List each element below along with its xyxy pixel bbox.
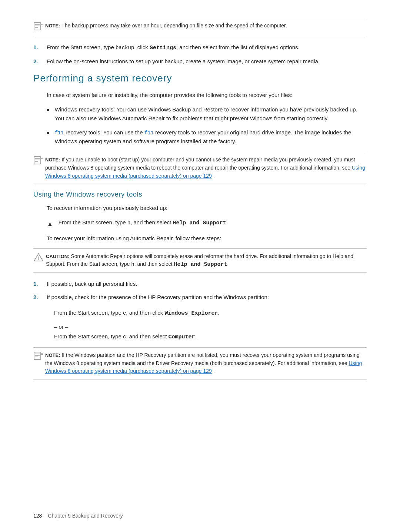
para-recover-steps: To recover your information using Automa… (47, 234, 367, 243)
recovery-step-2: 2. If possible, check for the presence o… (33, 293, 367, 302)
bullet-list: • Windows recovery tools: You can use Wi… (47, 105, 367, 146)
note-content-1: NOTE: The backup process may take over a… (45, 22, 287, 30)
subsection-heading: Using the Windows recovery tools (33, 191, 367, 198)
note-label-1: NOTE: (45, 23, 60, 29)
h-code-1: h (127, 220, 130, 226)
page-number: 128 (33, 513, 42, 519)
bullet-item-2: • f11 recovery tools: You can use the f1… (47, 128, 367, 146)
para-recover-intro: To recover information you previously ba… (47, 204, 367, 213)
triangle-bullet-item: ▲ From the Start screen, type h, and the… (47, 218, 367, 230)
note-box-3: ✏ NOTE: If the Windows partition and the… (33, 347, 367, 379)
note-icon-2: ✏ (33, 156, 43, 166)
or-divider: – or – (54, 324, 367, 330)
step-num-2: 2. (33, 57, 41, 66)
svg-text:✏: ✏ (41, 352, 43, 356)
h-code-caution: h (131, 261, 134, 267)
windows-explorer-mono: Windows Explorer (165, 310, 218, 317)
triangle-icon: ▲ (47, 219, 53, 230)
intro-step-1: 1. From the Start screen, type backup, c… (33, 43, 367, 53)
caution-text: Some Automatic Repair options will compl… (46, 253, 353, 267)
help-support-bold-caution: Help and Support (174, 261, 227, 268)
note-text-body-1: The backup process may take over an hour… (61, 23, 287, 29)
caution-content: CAUTION: Some Automatic Repair options w… (46, 252, 367, 269)
settings-bold: Settings (150, 45, 176, 51)
section-heading: Performing a system recovery (33, 73, 367, 84)
recovery-step-text-1: If possible, back up all personal files. (47, 280, 137, 288)
footer-chapter: Chapter 9 Backup and Recovery (48, 513, 123, 519)
step-num-1: 1. (33, 43, 41, 53)
section-intro-para: In case of system failure or instability… (47, 91, 367, 100)
bullet-dot-2: • (47, 128, 50, 138)
recovery-step-1: 1. If possible, back up all personal fil… (33, 280, 367, 288)
svg-text:!: ! (37, 256, 39, 261)
caution-icon: ! (33, 253, 44, 264)
recovery-step-num-1: 1. (33, 280, 41, 288)
f11-code-2: f11 (144, 130, 154, 136)
caution-box: ! CAUTION: Some Automatic Repair options… (33, 248, 367, 273)
note-content-3: NOTE: If the Windows partition and the H… (45, 351, 367, 375)
c-code: c (123, 334, 126, 340)
triangle-text: From the Start screen, type h, and then … (59, 218, 228, 228)
help-support-bold-1: Help and Support (173, 220, 226, 226)
step2-sub-para1: From the Start screen, type e, and then … (54, 308, 367, 318)
note-content-2: NOTE: If you are unable to boot (start u… (45, 156, 367, 180)
note-label-3: NOTE: (45, 352, 60, 358)
caution-label: CAUTION: (46, 254, 70, 259)
note-icon-1: ✏ (33, 22, 43, 32)
bullet-dot-1: • (47, 105, 50, 115)
note-box-2: ✏ NOTE: If you are unable to boot (start… (33, 152, 367, 184)
note2-period: . (213, 173, 215, 179)
backup-code: backup (116, 45, 134, 51)
svg-rect-12 (34, 352, 41, 359)
svg-rect-0 (34, 23, 41, 30)
e-code: e (123, 310, 126, 316)
bullet-text-2: f11 recovery tools: You can use the f11 … (55, 128, 367, 146)
note-text-3: If the Windows partition and the HP Reco… (45, 352, 360, 366)
bullet-item-1: • Windows recovery tools: You can use Wi… (47, 105, 367, 123)
computer-mono: Computer (169, 334, 195, 340)
recovery-steps-list: 1. If possible, back up all personal fil… (33, 280, 367, 302)
note-text-2: If you are unable to boot (start up) you… (45, 157, 355, 171)
step-text-1: From the Start screen, type backup, clic… (47, 43, 300, 53)
note-icon-3: ✏ (33, 352, 43, 362)
svg-text:✏: ✏ (41, 157, 43, 161)
note3-period: . (213, 368, 215, 374)
intro-step-2: 2. Follow the on-screen instructions to … (33, 57, 367, 66)
recovery-step-num-2: 2. (33, 293, 41, 302)
bullet-text-1: Windows recovery tools: You can use Wind… (55, 105, 367, 123)
step2-sub-para2: From the Start screen, type c, and then … (54, 332, 367, 342)
step-text-2: Follow the on-screen instructions to set… (47, 57, 320, 66)
f11-code-1: f11 (55, 130, 64, 136)
footer: 128 Chapter 9 Backup and Recovery (33, 513, 367, 519)
recovery-step-text-2: If possible, check for the presence of t… (47, 293, 269, 302)
note-box-1: ✏ NOTE: The backup process may take over… (33, 18, 367, 36)
svg-rect-5 (34, 157, 41, 164)
intro-steps-list: 1. From the Start screen, type backup, c… (33, 43, 367, 66)
svg-text:✏: ✏ (41, 23, 43, 27)
note-label-2: NOTE: (45, 157, 60, 163)
